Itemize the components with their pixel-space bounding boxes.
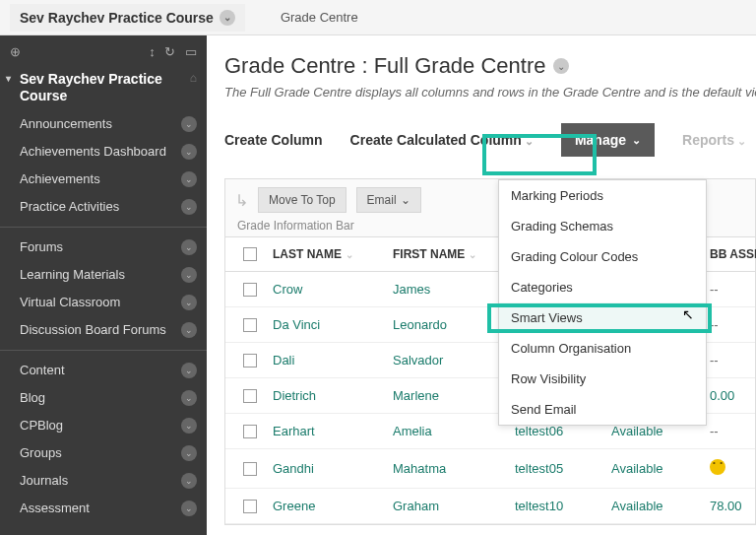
cell-last-name[interactable]: Da Vinci [267,307,387,342]
create-calculated-column-button[interactable]: Create Calculated Column [350,132,534,148]
col-first-name[interactable]: FIRST NAME⌄ [387,237,509,271]
cell-assignment[interactable]: -- [704,307,756,342]
row-checkbox[interactable] [243,354,257,368]
chevron-down-icon[interactable]: ⌄ [181,363,197,378]
chevron-down-icon[interactable]: ⌄ [181,267,197,283]
chevron-down-icon[interactable]: ⌄ [181,116,197,132]
cursor-icon: ↖ [682,306,696,324]
cell-first-name[interactable]: Leonardo [387,307,509,342]
sidebar-item[interactable]: Achievements⌄ [0,166,207,193]
sidebar-item[interactable]: Content⌄ [0,357,207,384]
reports-button[interactable]: Reports [682,132,746,148]
cell-assignment[interactable]: -- [704,343,756,377]
manage-menu-item[interactable]: Grading Colour Codes [499,241,706,272]
cell-last-name[interactable]: Dali [267,343,387,377]
reorder-icon[interactable]: ↕ [149,44,156,59]
chevron-down-icon: ⌄ [469,249,476,260]
cell-first-name[interactable]: Mahatma [387,451,509,486]
page-subtitle: The Full Grade Centre displays all colum… [224,85,756,100]
chevron-down-icon[interactable]: ⌄ [181,199,197,215]
return-arrow-icon[interactable]: ↳ [235,191,248,210]
row-checkbox[interactable] [243,462,257,476]
sidebar-item[interactable]: Groups⌄ [0,439,207,467]
cell-first-name[interactable]: James [387,272,509,306]
cell-availability[interactable]: Available [605,451,704,486]
cell-assignment[interactable]: 78.00 [704,489,756,523]
col-bb-assignment[interactable]: BB ASSIGNM… [704,237,756,271]
sidebar-item[interactable]: Blog⌄ [0,384,207,412]
cell-last-name[interactable]: Crow [267,272,387,306]
select-all-checkbox[interactable] [243,247,257,261]
chevron-down-icon[interactable]: ⌄ [181,418,197,434]
sidebar-item[interactable]: Virtual Classroom⌄ [0,289,207,316]
breadcrumb-current: Grade Centre [281,10,358,25]
cell-last-name[interactable]: Earhart [267,414,387,448]
cell-last-name[interactable]: Gandhi [267,451,387,486]
col-last-name[interactable]: LAST NAME⌄ [267,237,387,271]
sidebar-course-heading[interactable]: Sev Raychev Practice Course [0,65,207,110]
course-sidebar: ⊕ ↕ ↻ ▭ Sev Raychev Practice Course ⌂ An… [0,35,207,535]
move-to-top-button[interactable]: Move To Top [258,187,346,213]
row-checkbox[interactable] [243,500,257,513]
cell-username[interactable]: teltest10 [509,489,605,523]
row-checkbox[interactable] [243,425,257,438]
cell-assignment[interactable]: 0.00 [704,378,756,413]
course-title-text: Sev Raychev Practice Course [20,10,214,26]
folder-icon[interactable]: ▭ [185,44,197,59]
cell-assignment[interactable]: -- [704,272,756,306]
manage-menu-item[interactable]: Marking Periods [499,180,706,211]
row-checkbox[interactable] [243,389,257,403]
chevron-down-icon[interactable]: ⌄ [181,144,197,160]
cell-assignment[interactable] [704,449,756,488]
chevron-down-icon[interactable]: ⌄ [181,322,197,338]
manage-menu-item[interactable]: Grading Schemas [499,211,706,241]
chevron-down-icon[interactable]: ⌄ [181,501,197,516]
sidebar-item[interactable]: Assessment⌄ [0,495,207,522]
manage-button[interactable]: Manage [561,123,655,157]
chevron-down-icon: ⌄ [346,249,353,260]
top-breadcrumb-bar: Sev Raychev Practice Course ⌄ Grade Cent… [0,0,756,35]
add-icon[interactable]: ⊕ [10,44,21,59]
course-title-chip[interactable]: Sev Raychev Practice Course ⌄ [10,4,245,32]
chevron-down-icon[interactable]: ⌄ [181,171,197,187]
row-checkbox[interactable] [243,283,257,297]
sidebar-item[interactable]: Forums⌄ [0,234,207,261]
manage-menu-item[interactable]: Categories [499,272,706,302]
chevron-down-icon[interactable]: ⌄ [181,473,197,489]
cell-first-name[interactable]: Amelia [387,414,509,448]
home-icon[interactable]: ⌂ [190,71,197,85]
manage-menu-item[interactable]: Send Email [499,394,706,425]
manage-menu-item[interactable]: Column Organisation [499,333,706,364]
chevron-down-icon[interactable]: ⌄ [181,390,197,406]
refresh-icon[interactable]: ↻ [164,44,175,59]
sidebar-item[interactable]: Announcements⌄ [0,110,207,138]
page-title: Grade Centre : Full Grade Centre ⌄ [224,53,756,79]
cell-assignment[interactable]: -- [704,414,756,448]
table-row: GreeneGrahamteltest10Available78.00 [225,489,755,524]
cell-username[interactable]: teltest05 [509,451,605,486]
manage-menu-item[interactable]: Row Visibility [499,364,706,394]
chevron-down-icon[interactable]: ⌄ [220,10,235,26]
chevron-down-icon[interactable]: ⌄ [181,445,197,461]
create-column-button[interactable]: Create Column [224,132,323,148]
row-checkbox[interactable] [243,318,257,332]
manage-dropdown: Marking PeriodsGrading SchemasGrading Co… [498,179,707,426]
chevron-down-icon[interactable]: ⌄ [181,295,197,310]
cell-last-name[interactable]: Dietrich [267,378,387,413]
sidebar-item[interactable]: Practice Activities⌄ [0,193,207,221]
cell-first-name[interactable]: Marlene [387,378,509,413]
chevron-down-icon[interactable]: ⌄ [181,239,197,255]
sidebar-item[interactable]: Discussion Board Forums⌄ [0,316,207,344]
manage-menu-item[interactable]: Smart Views↖ [499,302,706,333]
sidebar-item[interactable]: Achievements Dashboard⌄ [0,138,207,166]
sidebar-item[interactable]: Learning Materials⌄ [0,261,207,289]
sidebar-item[interactable]: CPBlog⌄ [0,412,207,439]
cell-availability[interactable]: Available [605,489,704,523]
cell-first-name[interactable]: Graham [387,489,509,523]
sidebar-item[interactable]: Journals⌄ [0,467,207,495]
chevron-down-icon[interactable]: ⌄ [553,58,569,74]
action-bar: Create Column Create Calculated Column M… [224,123,756,157]
cell-last-name[interactable]: Greene [267,489,387,523]
email-button[interactable]: Email⌄ [356,187,421,213]
cell-first-name[interactable]: Salvador [387,343,509,377]
